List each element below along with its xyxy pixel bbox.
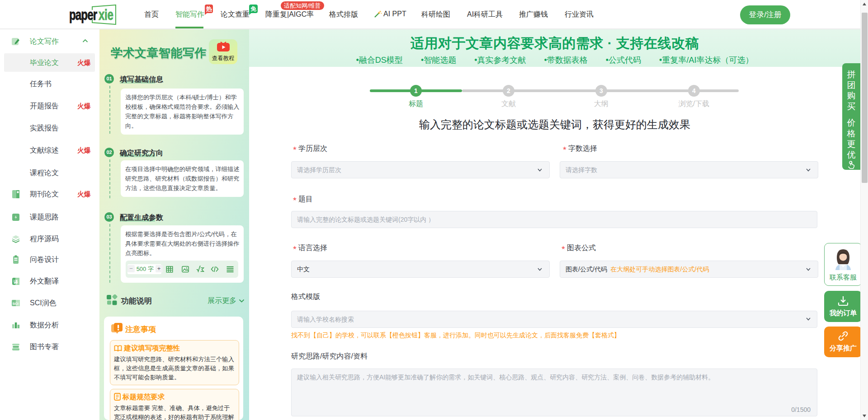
svg-text:xie: xie — [99, 6, 113, 23]
svg-text:paper: paper — [69, 6, 97, 23]
svg-text:SCI: SCI — [13, 302, 19, 306]
svg-text:译: 译 — [13, 280, 18, 285]
